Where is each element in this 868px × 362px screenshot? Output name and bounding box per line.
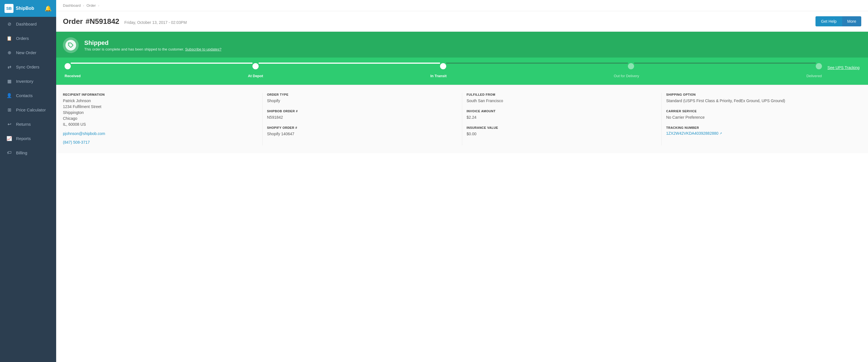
tracking-label: TRACKING NUMBER [666, 126, 857, 129]
new-order-icon: ⊕ [6, 50, 12, 55]
notification-bell-icon[interactable]: 🔔 [45, 5, 52, 12]
header-actions: Get Help More [815, 16, 861, 26]
progress-labels: Received At Depot In Transit Out for Del… [65, 71, 822, 78]
step-circle-transit [440, 63, 446, 69]
sidebar-item-label: Sync Orders [16, 65, 39, 69]
sidebar-item-label: New Order [16, 50, 36, 55]
recipient-city: Shippington [63, 110, 258, 116]
shipbob-order-label: SHIPBOB ORDER # [267, 109, 458, 113]
step-at-depot [252, 63, 259, 69]
insurance-value: $0.00 [467, 131, 657, 137]
recipient-phone[interactable]: (847) 508-3717 [63, 140, 90, 144]
progress-bar-container: Received At Depot In Transit Out for Del… [65, 63, 822, 78]
billing-icon: 🏷 [6, 150, 12, 155]
order-type-value: Shopify [267, 98, 458, 104]
shipped-text: Shipped This order is complete and has b… [84, 39, 222, 51]
shopify-order-value: Shopify 140647 [267, 131, 458, 137]
step-circle-delivery [628, 63, 634, 69]
recipient-column: RECIPIENT INFORMATION Patrick Johnson 12… [63, 93, 262, 145]
recipient-label: RECIPIENT INFORMATION [63, 93, 258, 96]
step-label-depot: At Depot [248, 74, 263, 78]
shipped-banner: Shipped This order is complete and has b… [56, 32, 868, 58]
tracking-number-text: 1ZX2W42VKDA40392882880 [666, 131, 718, 135]
fulfilled-from-value: South San Francisco [467, 98, 657, 104]
order-date: Friday, October 13, 2017 - 02:03PM [124, 20, 187, 25]
sidebar-item-label: Inventory [16, 79, 33, 84]
recipient-name: Patrick Johnson [63, 98, 258, 104]
label-delivered: Delivered [806, 71, 822, 78]
fulfillment-column: FULFILLED FROM South San Francisco INVOI… [462, 93, 662, 145]
sidebar-item-reports[interactable]: 📈 Reports [0, 131, 56, 145]
progress-line-2 [259, 63, 440, 64]
label-at-depot: At Depot [248, 71, 263, 78]
see-tracking-link[interactable]: See UPS Tracking [828, 65, 860, 76]
sidebar-item-returns[interactable]: ↩ Returns [0, 117, 56, 131]
recipient-address1: 1234 Fulfilment Street [63, 104, 258, 110]
sidebar-item-orders[interactable]: 📋 Orders [0, 31, 56, 45]
step-received [65, 63, 71, 69]
recipient-state-city: Chicago [63, 116, 258, 122]
step-circle-received [65, 63, 71, 69]
page-header: Order #N591842 Friday, October 13, 2017 … [56, 11, 868, 32]
step-circle-delivered [816, 63, 822, 69]
sidebar-item-label: Billing [16, 151, 27, 155]
sync-icon: ⇄ [6, 64, 12, 70]
shipped-status: Shipped [84, 39, 222, 46]
sidebar-item-billing[interactable]: 🏷 Billing [0, 145, 56, 160]
contacts-icon: 👤 [6, 93, 12, 98]
external-link-icon: ↗ [719, 132, 722, 135]
sidebar-item-contacts[interactable]: 👤 Contacts [0, 88, 56, 103]
subscribe-link[interactable]: Subscribe to updates? [185, 47, 221, 51]
order-id: #N591842 [86, 17, 119, 26]
step-label-received: Received [65, 74, 81, 78]
step-label-delivered: Delivered [806, 74, 822, 78]
sidebar-item-inventory[interactable]: ▦ Inventory [0, 74, 56, 88]
sidebar-item-sync-orders[interactable]: ⇄ Sync Orders [0, 60, 56, 74]
step-label-transit: In Transit [430, 74, 446, 78]
fulfilled-from-label: FULFILLED FROM [467, 93, 657, 96]
logo: SB ShipBob [4, 4, 34, 13]
breadcrumb-dashboard[interactable]: Dashboard [63, 3, 81, 7]
progress-line-3 [446, 63, 628, 64]
sidebar-item-new-order[interactable]: ⊕ New Order [0, 45, 56, 60]
sidebar-item-label: Dashboard [16, 22, 36, 26]
breadcrumb-separator: › [83, 3, 84, 7]
more-button[interactable]: More [842, 16, 861, 26]
orders-icon: 📋 [6, 36, 12, 41]
shopify-order-label: SHOPIFY ORDER # [267, 126, 458, 129]
dashboard-icon: ⊘ [6, 21, 12, 27]
returns-icon: ↩ [6, 122, 12, 127]
step-out-for-delivery [628, 63, 634, 69]
sidebar-header: SB ShipBob 🔔 [0, 0, 56, 17]
sidebar-item-label: Contacts [16, 93, 33, 98]
label-in-transit: In Transit [430, 71, 446, 78]
main-content: Dashboard › Order › Order #N591842 Frida… [56, 0, 868, 362]
reports-icon: 📈 [6, 136, 12, 141]
get-help-button[interactable]: Get Help [815, 16, 842, 26]
shipped-description: This order is complete and has been ship… [84, 47, 222, 51]
logo-text: ShipBob [16, 6, 34, 11]
shipped-icon [65, 40, 76, 51]
sidebar-item-dashboard[interactable]: ⊘ Dashboard [0, 17, 56, 31]
sidebar-item-label: Returns [16, 122, 31, 127]
sidebar-item-price-calculator[interactable]: ⊞ Price Calculator [0, 103, 56, 117]
step-circle-depot [252, 63, 259, 69]
carrier-value: No Carrier Preference [666, 114, 857, 121]
logo-icon: SB [4, 4, 13, 13]
recipient-email[interactable]: pjohnson@shipbob.com [63, 131, 105, 136]
sidebar-item-label: Reports [16, 136, 31, 141]
breadcrumb-order[interactable]: Order [87, 3, 96, 7]
carrier-label: CARRIER SERVICE [666, 109, 857, 113]
page-title: Order [63, 17, 83, 26]
sidebar-item-label: Orders [16, 36, 29, 41]
shipbob-order-value: N591842 [267, 114, 458, 121]
calculator-icon: ⊞ [6, 107, 12, 112]
info-section: RECIPIENT INFORMATION Patrick Johnson 12… [56, 85, 868, 153]
breadcrumb: Dashboard › Order › [56, 0, 868, 11]
progress-section: Received At Depot In Transit Out for Del… [56, 58, 868, 85]
insurance-label: INSURANCE VALUE [467, 126, 657, 129]
tracking-number-link[interactable]: 1ZX2W42VKDA40392882880 ↗ [666, 131, 857, 135]
recipient-zip: IL, 60008 US [63, 122, 258, 127]
label-out-for-delivery: Out for Delivery [614, 71, 639, 78]
step-in-transit [440, 63, 446, 69]
